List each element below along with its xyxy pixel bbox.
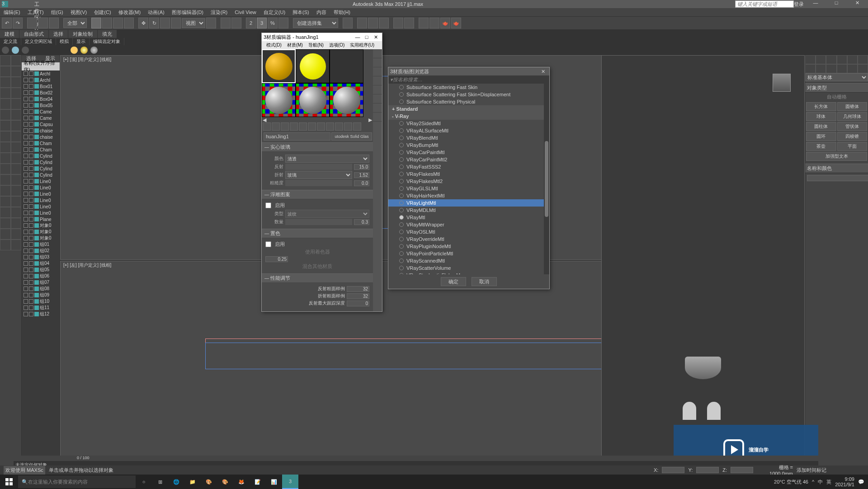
browser-item[interactable]: VRayALSurfaceMtl [388, 127, 544, 134]
visibility-icon[interactable] [24, 249, 28, 253]
toolbox-button[interactable] [0, 142, 11, 153]
shapes-subtab[interactable] [816, 64, 826, 73]
max-depth-value[interactable]: 0 [347, 301, 369, 306]
tree-item[interactable]: ArchI [22, 77, 60, 83]
tree-item[interactable]: 组04 [22, 260, 60, 267]
uv-tile-button[interactable] [373, 76, 382, 85]
tree-item[interactable]: 组10 [22, 298, 60, 305]
autogrid-label[interactable]: 自动栅格 [805, 93, 868, 101]
edge-icon[interactable]: 🌐 [168, 475, 184, 489]
browser-item[interactable]: VRayMtlWrapper [388, 221, 544, 228]
rollup-relief[interactable]: — 浮雕图案 [262, 190, 373, 199]
ime-label[interactable]: 中 [818, 479, 823, 485]
freeze-icon[interactable] [29, 230, 33, 234]
tree-item[interactable]: Plane [22, 216, 60, 222]
menu-item[interactable]: 编辑(E) [0, 9, 24, 16]
visibility-icon[interactable] [24, 236, 28, 240]
options-button[interactable] [308, 122, 316, 131]
freeze-icon[interactable] [29, 97, 33, 101]
menu-item[interactable]: 帮助(H) [330, 9, 354, 16]
tree-item[interactable]: Line0 [22, 178, 60, 184]
tree-item[interactable]: Line0 [22, 210, 60, 216]
tree-item[interactable]: 对象0 [22, 235, 60, 241]
browser-item[interactable]: VRayPointParticleMtl [388, 250, 544, 257]
maximize-button[interactable]: □ [362, 34, 371, 40]
tree-item[interactable]: 对象0 [22, 222, 60, 229]
refl-samples-value[interactable]: 32 [347, 286, 369, 292]
visibility-icon[interactable] [24, 312, 28, 316]
browser-item[interactable]: VRayScatterVolume [388, 264, 544, 272]
tree-item[interactable]: Line0 [22, 191, 60, 197]
motion-tab[interactable] [837, 55, 847, 64]
material-slot[interactable] [296, 83, 330, 117]
browser-item[interactable]: Subsurface Scattering Fast Skin [388, 84, 544, 91]
toolbox-button[interactable] [11, 174, 22, 185]
toolbox-button[interactable] [11, 109, 22, 120]
tab-item[interactable]: 自由形式 [19, 30, 49, 38]
coord-y-input[interactable] [696, 467, 719, 473]
menu-item[interactable]: Civil View [231, 9, 259, 15]
manip-button[interactable] [221, 18, 231, 28]
hierarchy-tab[interactable] [826, 55, 836, 64]
visibility-icon[interactable] [24, 135, 28, 139]
minimize-button[interactable]: — [807, 0, 825, 8]
freeze-icon[interactable] [29, 135, 33, 139]
move-button[interactable]: ✥ [138, 18, 148, 28]
visibility-icon[interactable] [24, 223, 28, 228]
close-button[interactable]: ✕ [371, 34, 380, 40]
create-tab[interactable] [805, 55, 816, 64]
render-button[interactable]: 🫖 [440, 18, 450, 28]
options-button[interactable] [373, 103, 382, 113]
browser-item[interactable]: VRayGLSLMtl [388, 185, 544, 192]
nav-button[interactable] [326, 122, 334, 131]
minimize-button[interactable]: — [353, 34, 362, 40]
maximize-button[interactable]: □ [827, 0, 845, 8]
autokey-label[interactable]: 添加时间标记 [797, 467, 864, 474]
rollup-performance[interactable]: — 性能调节 [262, 273, 373, 283]
freeze-icon[interactable] [29, 109, 33, 114]
rough-value[interactable]: 0.0 [354, 180, 369, 186]
visibility-icon[interactable] [24, 116, 28, 120]
toolbox-button[interactable] [11, 229, 22, 240]
freeze-icon[interactable] [29, 223, 33, 228]
cancel-button[interactable]: 取消 [472, 277, 497, 286]
assign-button[interactable] [272, 122, 280, 131]
make-button[interactable] [317, 122, 325, 131]
primitive-button[interactable]: 四棱锥 [837, 132, 868, 141]
geometry-subtab[interactable] [805, 64, 816, 73]
tree-item[interactable]: Cylind [22, 159, 60, 165]
material-slot[interactable] [262, 49, 296, 83]
refract-value[interactable]: 1.52 [354, 172, 369, 178]
tree-item[interactable]: Capsu [22, 121, 60, 127]
visibility-icon[interactable] [24, 287, 28, 291]
ime-label[interactable]: 英 [826, 479, 831, 485]
visibility-icon[interactable] [24, 306, 28, 310]
reset-button[interactable] [281, 122, 289, 131]
tree-item[interactable]: Cylind [22, 153, 60, 159]
visibility-icon[interactable] [24, 299, 28, 304]
schematic-button[interactable] [393, 18, 403, 28]
ref-coord-dropdown[interactable]: 视图 [182, 18, 205, 28]
visibility-icon[interactable] [24, 90, 28, 95]
toolbox-button[interactable] [11, 153, 22, 164]
visibility-icon[interactable] [24, 179, 28, 183]
weather-widget[interactable]: 20°C 空气优 46 [774, 479, 808, 485]
toolbox-button[interactable] [0, 196, 11, 207]
freeze-icon[interactable] [29, 179, 33, 183]
undo-button[interactable]: ↶ [2, 18, 12, 28]
visibility-icon[interactable] [24, 293, 28, 297]
visibility-icon[interactable] [24, 261, 28, 266]
toolbox-button[interactable] [11, 196, 22, 207]
refr-samples-value[interactable]: 32 [347, 293, 369, 299]
toolbox-button[interactable] [0, 164, 11, 174]
primitive-button[interactable]: 圆锥体 [837, 102, 868, 111]
spinner-snap-button[interactable] [278, 18, 288, 28]
toolbox-button[interactable] [11, 55, 22, 66]
systems-subtab[interactable] [858, 64, 868, 73]
render-frame-button[interactable] [429, 18, 439, 28]
freeze-icon[interactable] [29, 160, 33, 165]
select-object-button[interactable] [91, 18, 101, 28]
freeze-icon[interactable] [29, 71, 33, 76]
selection-filter[interactable]: 全部 [63, 18, 87, 28]
unlink-button[interactable] [38, 18, 48, 28]
